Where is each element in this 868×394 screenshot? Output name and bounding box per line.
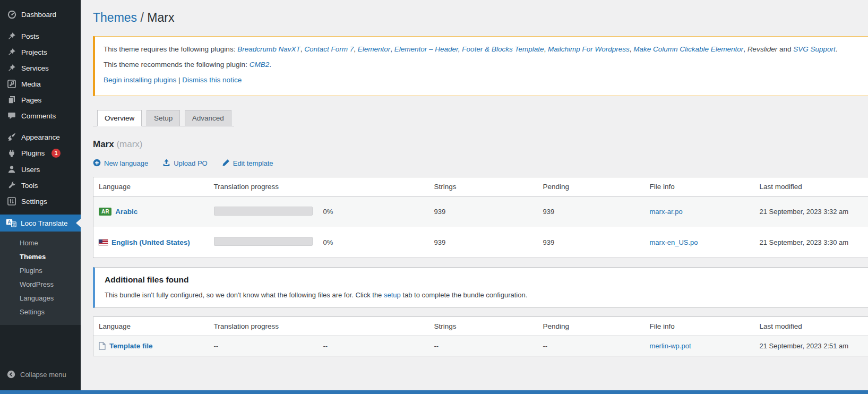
breadcrumb-themes-link[interactable]: Themes <box>93 11 137 24</box>
plugin-link-elementor-header-footer[interactable]: Elementor – Header, Footer & Blocks Temp… <box>394 45 544 53</box>
page-title: Marx <box>147 11 174 24</box>
submenu-item-settings[interactable]: Settings <box>0 305 81 319</box>
dismiss-notice-link[interactable]: Dismiss this notice <box>182 76 242 84</box>
plugin-link-breadcrumb-navxt[interactable]: Breadcrumb NavXT <box>237 45 300 53</box>
upload-po-label: Upload PO <box>174 159 208 167</box>
us-flag-icon <box>99 239 108 245</box>
sidebar-item-plugins[interactable]: Plugins 1 <box>0 145 81 161</box>
tab-advanced[interactable]: Advanced <box>185 110 231 126</box>
breadcrumb: Themes / Marx <box>93 11 868 25</box>
additional-files-notice: Additional files found This bundle isn't… <box>93 267 868 308</box>
additional-files-heading: Additional files found <box>105 275 868 285</box>
separator: , <box>743 45 747 53</box>
sidebar-item-comments[interactable]: Comments <box>0 108 81 124</box>
sidebar-item-tools[interactable]: Tools <box>0 177 81 193</box>
requires-prefix: This theme requires the following plugin… <box>104 45 237 53</box>
plugin-link-make-column-clickable[interactable]: Make Column Clickable Elementor <box>633 45 743 53</box>
po-file-link[interactable]: marx-en_US.po <box>650 238 698 246</box>
submenu-item-themes[interactable]: Themes <box>0 250 81 263</box>
sidebar-item-label: Appearance <box>21 133 60 141</box>
col-strings: Strings <box>429 316 538 336</box>
required-plugins-line: This theme requires the following plugin… <box>104 44 868 55</box>
table-header-row: Language Translation progress Strings Pe… <box>93 316 868 336</box>
edit-template-button[interactable]: Edit template <box>222 159 273 168</box>
sidebar-item-posts[interactable]: Posts <box>0 28 81 44</box>
user-icon <box>7 165 16 174</box>
plugin-link-svg-support[interactable]: SVG Support <box>793 45 836 53</box>
recommended-plugin-line: This theme recommends the following plug… <box>104 59 868 71</box>
pushpin-icon <box>7 48 16 56</box>
last-modified-date: 21 September, 2023 3:30 am <box>754 227 868 258</box>
strings-placeholder: -- <box>429 336 538 356</box>
and-word: and <box>777 45 793 53</box>
sidebar-item-services[interactable]: Services <box>0 60 81 76</box>
period: . <box>836 45 838 53</box>
plug-icon <box>7 149 16 158</box>
new-language-button[interactable]: New language <box>93 159 148 168</box>
pending-placeholder: -- <box>538 336 644 356</box>
setup-tab-link[interactable]: setup <box>384 291 401 299</box>
pushpin-icon <box>7 64 16 72</box>
sidebar-item-projects[interactable]: Projects <box>0 44 81 60</box>
begin-installing-plugins-link[interactable]: Begin installing plugins <box>104 76 176 84</box>
plugin-link-elementor[interactable]: Elementor <box>358 45 391 53</box>
dashboard-icon <box>7 10 16 19</box>
submenu-item-home[interactable]: Home <box>0 236 81 250</box>
upload-icon <box>162 159 170 168</box>
template-file-link[interactable]: Template file <box>109 342 153 350</box>
submenu-item-wordpress[interactable]: WordPress <box>0 277 81 291</box>
additional-files-table: Language Translation progress Strings Pe… <box>93 316 868 356</box>
bundle-title: Marx (marx) <box>93 139 868 150</box>
progress-bar <box>214 207 313 216</box>
breadcrumb-separator: / <box>140 11 143 24</box>
language-link-english-us[interactable]: English (United States) <box>111 238 190 246</box>
pot-file-link[interactable]: merlin-wp.pot <box>650 342 691 350</box>
pushpin-icon <box>7 32 16 40</box>
collapse-menu-button[interactable]: Collapse menu <box>0 364 81 390</box>
plugin-link-cmb2[interactable]: CMB2 <box>250 61 270 68</box>
sidebar-item-label: Users <box>21 166 40 174</box>
submenu-item-plugins[interactable]: Plugins <box>0 263 81 277</box>
col-strings: Strings <box>429 177 538 196</box>
plugin-link-mailchimp[interactable]: Mailchimp For Wordpress <box>548 45 630 53</box>
sidebar-item-loco-translate[interactable]: A文 Loco Translate <box>0 215 81 232</box>
collapse-arrow-icon <box>7 370 15 379</box>
sidebar-item-media[interactable]: Media <box>0 76 81 92</box>
sidebar-item-label: Settings <box>21 198 47 205</box>
language-link-arabic[interactable]: Arabic <box>115 208 137 216</box>
plugin-link-contact-form-7[interactable]: Contact Form 7 <box>304 45 354 53</box>
tab-overview[interactable]: Overview <box>97 110 142 126</box>
text-before-setup: This bundle isn't fully configured, so w… <box>105 291 384 299</box>
collapse-menu-label: Collapse menu <box>20 371 66 379</box>
paintbrush-icon <box>7 133 16 141</box>
bundle-slug: (marx) <box>116 139 142 149</box>
progress-percent: 0% <box>318 196 429 227</box>
bundle-name: Marx <box>93 139 114 149</box>
strings-count: 939 <box>429 196 538 227</box>
submenu-item-languages[interactable]: Languages <box>0 291 81 305</box>
plugins-update-badge: 1 <box>51 149 61 158</box>
progress-bar <box>214 237 313 246</box>
pages-icon <box>7 96 16 104</box>
sidebar-item-dashboard[interactable]: Dashboard <box>0 6 81 23</box>
col-translation-progress: Translation progress <box>209 177 429 196</box>
plugin-name-revslider: Revslider <box>747 45 777 53</box>
admin-menu: Dashboard Posts Projects Services Media … <box>0 0 81 209</box>
loco-translate-icon: A文 <box>6 219 16 227</box>
progress-placeholder: -- <box>209 336 318 356</box>
sidebar-item-appearance[interactable]: Appearance <box>0 129 81 145</box>
sidebar-item-users[interactable]: Users <box>0 161 81 177</box>
tab-setup[interactable]: Setup <box>147 110 180 126</box>
sidebar-item-settings[interactable]: Settings <box>0 193 81 209</box>
main-content: Themes / Marx This theme requires the fo… <box>81 0 868 390</box>
sidebar-item-label: Comments <box>21 112 56 120</box>
sidebar-item-pages[interactable]: Pages <box>0 92 81 108</box>
separator: , <box>354 45 358 53</box>
svg-text:A: A <box>7 219 11 225</box>
pending-count: 939 <box>538 196 644 227</box>
pencil-icon <box>222 159 230 168</box>
sidebar-item-label: Loco Translate <box>21 219 68 227</box>
upload-po-button[interactable]: Upload PO <box>162 159 208 168</box>
strings-count: 939 <box>429 227 538 258</box>
po-file-link[interactable]: marx-ar.po <box>650 208 683 216</box>
